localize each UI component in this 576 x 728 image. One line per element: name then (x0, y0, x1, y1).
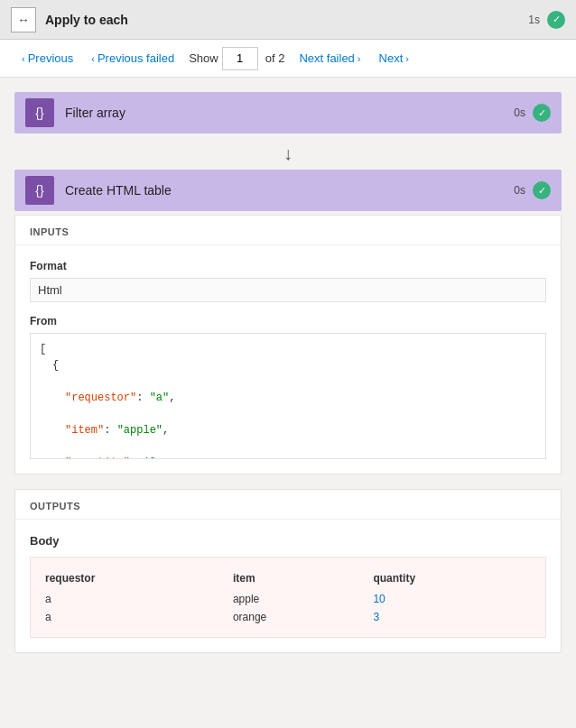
previous-failed-button[interactable]: ‹ Previous failed (84, 48, 181, 69)
header-bar: ↔ Apply to each 1s ✓ (0, 0, 576, 40)
next-button[interactable]: Next › (372, 48, 416, 69)
header-success-badge: ✓ (547, 11, 565, 29)
outputs-panel: OUTPUTS Body requestor item quantity (14, 489, 562, 653)
table-header-row: requestor item quantity (42, 568, 534, 590)
create-html-table-icon: {} (25, 176, 54, 205)
create-html-table-title: Create HTML table (65, 183, 514, 198)
body-label: Body (30, 534, 546, 548)
chevron-left-icon: ‹ (22, 53, 25, 64)
output-table: requestor item quantity a apple 10 (42, 568, 534, 626)
page-input[interactable] (222, 47, 258, 70)
outputs-section-header: OUTPUTS (15, 490, 561, 520)
chevron-right-failed-icon: › (358, 53, 361, 64)
outputs-body: Body requestor item quantity a (15, 520, 561, 652)
create-html-table-duration: 0s (514, 184, 525, 197)
row1-requestor: a (42, 590, 229, 608)
col-quantity: quantity (369, 568, 534, 590)
header-duration: 1s (528, 14, 540, 26)
row2-quantity: 3 (369, 608, 534, 626)
create-html-table-step[interactable]: {} Create HTML table 0s ✓ (14, 170, 562, 211)
arrow-connector: ↓ (14, 137, 562, 170)
inputs-panel: INPUTS Format Html From [ { "requestor":… (14, 215, 562, 475)
create-html-table-success-badge: ✓ (533, 181, 551, 199)
main-content: {} Filter array 0s ✓ ↓ {} Create HTML ta… (0, 78, 576, 668)
row2-item: orange (229, 608, 370, 626)
format-value: Html (30, 278, 546, 302)
chevron-right-icon: › (405, 53, 409, 64)
format-label: Format (30, 260, 546, 272)
show-label: Show (189, 51, 218, 65)
filter-array-icon: {} (25, 98, 54, 127)
table-row: a apple 10 (42, 590, 534, 608)
chevron-left-failed-icon: ‹ (91, 53, 95, 64)
col-item: item (229, 568, 370, 590)
from-label: From (30, 315, 546, 327)
output-table-wrapper: requestor item quantity a apple 10 (30, 557, 546, 638)
row2-requestor: a (42, 608, 229, 626)
filter-array-step[interactable]: {} Filter array 0s ✓ (14, 92, 562, 134)
header-title: Apply to each (45, 13, 528, 27)
inputs-section-body: Format Html From [ { "requestor": "a", "… (15, 245, 561, 474)
from-code-area[interactable]: [ { "requestor": "a", "item": "apple", "… (30, 333, 546, 459)
filter-array-title: Filter array (65, 106, 514, 120)
table-row: a orange 3 (42, 608, 534, 626)
app-container: ↔ Apply to each 1s ✓ ‹ Previous ‹ Previo… (0, 0, 576, 668)
inputs-section-header: INPUTS (15, 216, 561, 245)
row1-item: apple (229, 590, 370, 608)
filter-array-duration: 0s (514, 106, 525, 119)
previous-button[interactable]: ‹ Previous (14, 48, 80, 69)
col-requestor: requestor (42, 568, 229, 590)
filter-array-success-badge: ✓ (533, 104, 551, 122)
row1-quantity: 10 (369, 590, 534, 608)
nav-bar: ‹ Previous ‹ Previous failed Show of 2 N… (0, 40, 576, 78)
total-pages: of 2 (265, 51, 285, 65)
apply-to-each-icon: ↔ (11, 7, 36, 32)
next-failed-button[interactable]: Next failed › (292, 48, 367, 69)
